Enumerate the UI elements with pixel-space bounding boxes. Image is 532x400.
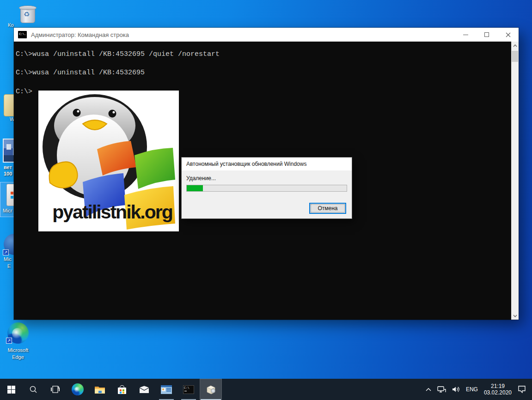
edge-shortcut-label-2: Edge [12, 354, 24, 360]
task-view-icon [51, 386, 60, 393]
scroll-down-button[interactable] [511, 312, 519, 320]
window-controls [455, 28, 519, 42]
recycle-bin-rim [19, 6, 37, 10]
desktop-installer-label[interactable]: Micr [3, 208, 12, 213]
close-button[interactable] [497, 28, 519, 42]
dialog-titlebar[interactable]: Автономный установщик обновлений Windows [182, 158, 352, 170]
file-explorer-button[interactable] [89, 379, 111, 400]
taskbar-installer-button[interactable] [200, 379, 222, 400]
box-color-square [11, 192, 13, 194]
mail-icon [139, 386, 149, 394]
cmd-window-icon: C:\. [18, 31, 27, 38]
cmd-window-title: Администратор: Командная строка [31, 31, 129, 38]
progress-fill [187, 185, 203, 191]
progress-bar [186, 185, 347, 192]
maximize-icon [484, 32, 489, 37]
cancel-button[interactable]: Отмена [309, 203, 346, 214]
photo-fragment [6, 144, 11, 150]
folder-icon [94, 385, 105, 394]
system-tray: ENG 21:19 03.02.2020 [420, 379, 532, 400]
taskbar-clock[interactable]: 21:19 03.02.2020 [484, 383, 512, 396]
watermark-text: pyatilistnik.org [52, 201, 172, 223]
taskbar: C:\ ENG 21:19 03.02.202 [0, 379, 532, 400]
desktop-photo-label-2[interactable]: 100 [4, 171, 12, 176]
taskbar-edge-button[interactable] [67, 379, 89, 400]
recycle-bin-label[interactable]: Ко [8, 22, 14, 28]
chevron-up-icon [513, 44, 517, 47]
minimize-button[interactable] [455, 28, 476, 42]
edge-shortcut-label-1: Microsoft [8, 347, 29, 353]
shortcut-arrow-icon: ↗ [3, 249, 9, 255]
desktop-edge-shortcut[interactable]: ↗ Microsoft Edge [1, 322, 35, 344]
console-line-2: C:\>wusa /uninstall /KB:4532695 [16, 69, 145, 77]
penguin-watermark-image: pyatilistnik.org [38, 91, 179, 231]
clock-time: 21:19 [484, 383, 512, 389]
dialog-title: Автономный установщик обновлений Windows [186, 161, 306, 167]
recycle-bin-icon[interactable]: ♻ [18, 4, 37, 24]
volume-icon[interactable] [452, 386, 460, 393]
console-line-1: C:\>wusa /uninstall /KB:4532695 /quiet /… [16, 50, 220, 58]
desktop: { "desktop": { "icons": { "recycle_label… [0, 0, 532, 400]
network-icon[interactable] [437, 386, 446, 393]
wusa-dialog: Автономный установщик обновлений Windows… [181, 157, 352, 219]
console-scrollbar[interactable] [511, 42, 519, 320]
clock-date: 03.02.2020 [484, 389, 512, 396]
close-icon [506, 32, 511, 37]
chevron-down-icon [513, 315, 517, 317]
recycle-glyph-icon: ♻ [24, 10, 30, 18]
task-view-button[interactable] [44, 379, 67, 400]
edge-logo-icon [72, 383, 84, 395]
start-button[interactable] [0, 379, 22, 400]
shortcut-arrow-icon: ↗ [6, 338, 12, 344]
box-color-square [11, 196, 13, 199]
mail-button[interactable] [133, 379, 155, 400]
language-indicator[interactable]: ENG [466, 386, 478, 393]
system-dialog-icon [161, 385, 172, 394]
store-bag-icon [118, 385, 126, 394]
store-button[interactable] [111, 379, 133, 400]
minimize-icon [463, 35, 468, 35]
search-icon [29, 385, 37, 394]
scroll-up-button[interactable] [511, 42, 519, 49]
tray-chevron-up-icon[interactable] [426, 388, 431, 391]
desktop-blue-app-label-1[interactable]: Mic [4, 256, 12, 262]
dialog-status-text: Удаление... [186, 175, 216, 182]
cmd-titlebar[interactable]: C:\. Администратор: Командная строка [14, 28, 519, 42]
desktop-photo-label-1[interactable]: вет [4, 164, 12, 170]
desktop-blue-app-label-2[interactable]: E [7, 263, 11, 269]
scrollbar-thumb[interactable] [512, 51, 518, 62]
windows-logo-icon [7, 386, 15, 394]
maximize-button[interactable] [476, 28, 497, 42]
installer-package-icon [206, 385, 216, 394]
cmd-icon-text: C:\ [184, 387, 190, 390]
taskbar-system-app-button[interactable] [155, 379, 177, 400]
search-button[interactable] [22, 379, 44, 400]
action-center-icon[interactable] [518, 386, 526, 393]
cmd-icon: C:\ [183, 385, 194, 394]
console-line-3: C:\> [16, 88, 32, 96]
taskbar-cmd-button[interactable]: C:\ [177, 379, 200, 400]
